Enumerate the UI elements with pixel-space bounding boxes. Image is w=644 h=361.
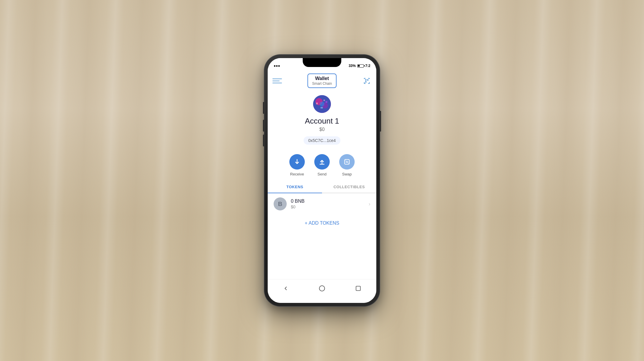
status-bar-left: ●●●	[274, 64, 280, 68]
svg-rect-1	[367, 79, 368, 80]
account-balance: $0	[319, 127, 325, 132]
menu-line-3	[272, 83, 282, 83]
menu-line-2	[272, 81, 280, 81]
account-address[interactable]: 0x5C7C...1ce4	[304, 136, 341, 145]
recent-button[interactable]	[352, 282, 364, 294]
svg-point-6	[320, 102, 324, 106]
header: Wallet Smart Chain	[268, 71, 376, 90]
app-content: Wallet Smart Chain	[268, 71, 376, 279]
bnb-logo: B	[274, 197, 287, 210]
home-button[interactable]	[316, 282, 328, 294]
status-bar: ●●● 33% 7:2	[268, 58, 376, 71]
svg-point-12	[319, 286, 325, 291]
tab-tokens[interactable]: TOKENS	[268, 181, 322, 193]
svg-rect-0	[365, 79, 367, 80]
bnb-usd: $0	[291, 205, 364, 209]
menu-line-1	[272, 79, 282, 79]
actions-row: Receive Send	[268, 148, 376, 181]
tab-collectibles[interactable]: COLLECTIBLES	[322, 181, 376, 193]
add-tokens-label: + ADD TOKENS	[305, 221, 339, 226]
bnb-name: 0 BNB	[291, 199, 364, 204]
back-button[interactable]	[280, 282, 292, 294]
status-bar-right: 33% 7:2	[349, 64, 370, 68]
token-list: B 0 BNB $0 › + ADD TOKENS	[268, 193, 376, 279]
account-avatar[interactable]	[313, 95, 331, 113]
scan-button[interactable]	[362, 76, 372, 86]
swap-button[interactable]: Swap	[339, 154, 355, 176]
svg-rect-9	[321, 107, 323, 108]
network-name: Smart Chain	[312, 82, 332, 86]
token-item-bnb[interactable]: B 0 BNB $0 ›	[268, 193, 376, 215]
add-tokens-button[interactable]: + ADD TOKENS	[268, 215, 376, 232]
notch	[303, 58, 341, 67]
svg-rect-8	[323, 100, 325, 101]
svg-rect-2	[365, 81, 367, 82]
avatar-image	[313, 95, 331, 113]
svg-rect-7	[316, 103, 318, 104]
bnb-chevron: ›	[369, 201, 370, 207]
svg-rect-13	[356, 286, 361, 290]
menu-button[interactable]	[272, 76, 282, 86]
network-selector[interactable]: Wallet Smart Chain	[307, 74, 337, 88]
signal-icon: ●●●	[274, 64, 280, 68]
receive-circle	[289, 154, 305, 170]
send-button[interactable]: Send	[314, 154, 330, 176]
swap-circle	[339, 154, 355, 170]
account-name: Account 1	[305, 116, 339, 126]
receive-button[interactable]: Receive	[289, 154, 305, 176]
send-circle	[314, 154, 330, 170]
battery-percent: 33%	[349, 64, 356, 68]
bottom-nav	[268, 279, 376, 303]
account-section: Account 1 $0 0x5C7C...1ce4	[268, 90, 376, 148]
tabs-row: TOKENS COLLECTIBLES	[268, 181, 376, 193]
wallet-title: Wallet	[315, 76, 329, 81]
bnb-info: 0 BNB $0	[291, 199, 364, 209]
phone-frame: ●●● 33% 7:2	[264, 55, 380, 306]
battery-icon	[357, 64, 364, 68]
send-label: Send	[318, 172, 326, 176]
receive-label: Receive	[290, 172, 304, 176]
svg-rect-10	[326, 101, 327, 103]
swap-label: Swap	[342, 172, 352, 176]
phone-screen: ●●● 33% 7:2	[268, 58, 376, 303]
time-display: 7:2	[365, 64, 370, 68]
